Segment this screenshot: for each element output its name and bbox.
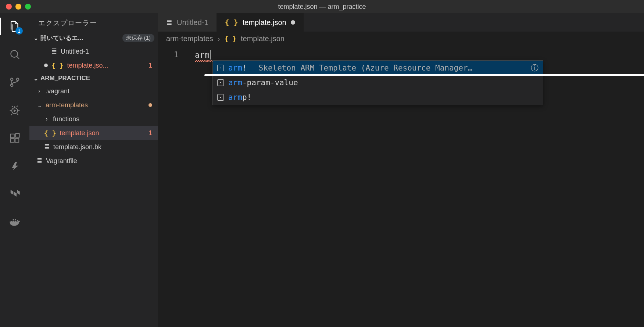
snippet-icon xyxy=(217,94,224,101)
file-lines-icon: ≣ xyxy=(166,18,172,27)
chevron-down-icon: ⌄ xyxy=(37,102,42,109)
chevron-down-icon: ⌄ xyxy=(33,75,38,82)
json-braces-icon: { } xyxy=(51,62,64,69)
tree-folder[interactable]: › functions xyxy=(29,112,158,126)
json-braces-icon: { } xyxy=(44,129,56,137)
file-label: Vagrantfile xyxy=(46,157,158,165)
folder-label: arm-templates xyxy=(46,101,88,109)
explorer-activity[interactable]: 1 xyxy=(6,18,24,35)
window-controls xyxy=(0,4,31,10)
breadcrumb-file[interactable]: template.json xyxy=(241,35,285,43)
suggestion-item[interactable]: arm-param-value xyxy=(213,75,543,90)
open-editor-item[interactable]: ≣ Untitled-1 xyxy=(29,44,158,58)
explorer-badge: 1 xyxy=(15,27,23,35)
docker-icon xyxy=(9,216,21,228)
tab-template-json[interactable]: { } template.json xyxy=(217,13,304,32)
json-braces-icon: { } xyxy=(225,18,238,27)
svg-point-0 xyxy=(11,50,18,57)
svg-rect-8 xyxy=(15,139,19,142)
terraform-activity[interactable] xyxy=(6,185,24,203)
explorer-title: エクスプローラー xyxy=(29,13,158,32)
code-line: arm xyxy=(195,50,211,60)
suggestion-desc: Skeleton ARM Template (Azure Resource Ma… xyxy=(259,64,526,72)
tree-file[interactable]: ≣ template.json.bk xyxy=(29,140,158,154)
bug-icon xyxy=(9,104,21,116)
typed-text: arm xyxy=(195,50,210,60)
file-lines-icon: ≣ xyxy=(44,143,50,151)
line-number: 1 xyxy=(158,50,187,59)
svg-marker-5 xyxy=(14,109,16,112)
suggestion-item[interactable]: arm! Skeleton ARM Template (Azure Resour… xyxy=(213,61,543,75)
open-editor-item[interactable]: { } template.jso... 1 xyxy=(29,58,158,72)
minimize-window-icon[interactable] xyxy=(15,4,21,10)
chevron-right-icon: › xyxy=(218,35,220,43)
chevron-down-icon: ⌄ xyxy=(33,35,38,42)
svg-point-1 xyxy=(11,78,13,81)
file-lines-icon: ≣ xyxy=(51,47,57,55)
svg-rect-14 xyxy=(15,219,16,220)
terraform-icon xyxy=(9,188,20,200)
open-editors-label: 開いているエ... xyxy=(40,34,83,42)
activity-bar: 1 xyxy=(0,13,29,327)
explorer-sidebar: エクスプローラー ⌄ 開いているエ... 未保存 (1) ≣ Untitled-… xyxy=(29,13,158,327)
annotation-underline xyxy=(204,74,644,76)
svg-rect-13 xyxy=(13,219,14,220)
open-editor-label: template.jso... xyxy=(67,62,145,69)
azure-icon xyxy=(9,161,20,172)
snippet-icon xyxy=(217,79,224,86)
snippet-icon xyxy=(217,65,224,71)
search-activity[interactable] xyxy=(6,46,24,63)
tab-label: Untitled-1 xyxy=(177,18,208,27)
tree-file[interactable]: { } template.json 1 xyxy=(29,126,158,140)
project-name: ARM_PRACTICE xyxy=(40,75,90,82)
docker-activity[interactable] xyxy=(6,213,24,231)
azure-activity[interactable] xyxy=(6,157,24,175)
suggestion-item[interactable]: armp! xyxy=(213,90,543,105)
info-icon[interactable]: ⓘ xyxy=(531,63,539,73)
svg-point-3 xyxy=(17,78,19,81)
svg-rect-6 xyxy=(11,134,14,138)
suggestion-popup: arm! Skeleton ARM Template (Azure Resour… xyxy=(212,60,543,105)
extensions-icon xyxy=(9,133,20,144)
editor-area: ≣ Untitled-1 { } template.json arm-templ… xyxy=(158,13,644,327)
file-lines-icon: ≣ xyxy=(37,157,42,165)
title-bar: template.json — arm_practice xyxy=(0,0,644,13)
tree-folder[interactable]: › .vagrant xyxy=(29,84,158,98)
project-header[interactable]: ⌄ ARM_PRACTICE xyxy=(29,72,158,84)
code-editor[interactable]: 1 arm arm! Skeleton ARM Template (Azure … xyxy=(158,46,644,327)
chevron-right-icon: › xyxy=(44,116,49,122)
folder-label: .vagrant xyxy=(46,87,69,95)
main-layout: 1 エクスプローラー ⌄ 開いているエ... 未保存 (1) xyxy=(0,13,644,327)
svg-rect-7 xyxy=(11,139,14,142)
tab-untitled[interactable]: ≣ Untitled-1 xyxy=(158,13,217,32)
file-label: template.json xyxy=(60,129,145,137)
window-title: template.json — arm_practice xyxy=(0,3,644,11)
file-label: template.json.bk xyxy=(53,143,158,151)
search-icon xyxy=(9,48,21,60)
modified-indicator-icon xyxy=(149,103,152,107)
folder-label: functions xyxy=(53,115,79,123)
maximize-window-icon[interactable] xyxy=(25,4,31,10)
tree-folder[interactable]: ⌄ arm-templates xyxy=(29,98,158,112)
error-count: 1 xyxy=(149,62,158,69)
cursor-icon xyxy=(210,50,211,60)
error-count: 1 xyxy=(149,129,158,137)
close-window-icon[interactable] xyxy=(6,4,12,10)
tab-label: template.json xyxy=(243,18,286,27)
open-editors-header[interactable]: ⌄ 開いているエ... 未保存 (1) xyxy=(29,32,158,44)
source-control-activity[interactable] xyxy=(6,73,24,91)
svg-rect-9 xyxy=(16,134,19,137)
open-editor-label: Untitled-1 xyxy=(61,48,158,55)
extensions-activity[interactable] xyxy=(6,129,24,147)
unsaved-badge: 未保存 (1) xyxy=(122,34,155,42)
debug-activity[interactable] xyxy=(6,101,24,119)
json-braces-icon: { } xyxy=(224,35,236,43)
dirty-indicator-icon xyxy=(44,64,48,67)
tree-file[interactable]: ≣ Vagrantfile xyxy=(29,154,158,168)
breadcrumb-folder[interactable]: arm-templates xyxy=(166,35,213,43)
chevron-right-icon: › xyxy=(37,88,42,94)
breadcrumb[interactable]: arm-templates › { } template.json xyxy=(158,32,644,46)
tab-bar: ≣ Untitled-1 { } template.json xyxy=(158,13,644,32)
error-squiggle-icon xyxy=(195,60,212,62)
dirty-indicator-icon xyxy=(291,20,295,25)
